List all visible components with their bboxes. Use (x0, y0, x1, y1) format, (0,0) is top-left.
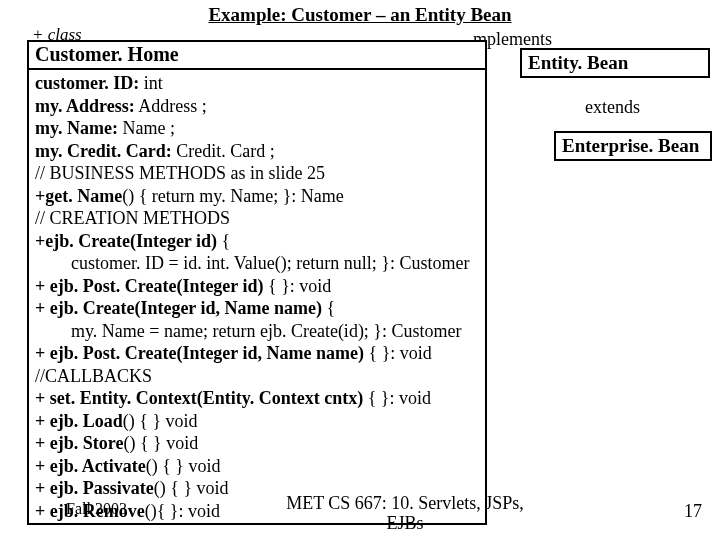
entity-bean-box: Entity. Bean (520, 48, 710, 78)
slide-title: Example: Customer – an Entity Bean (0, 4, 720, 26)
body-line: //CALLBACKS (35, 365, 479, 388)
body-line: + ejb. Post. Create(Integer id) { }: voi… (35, 275, 479, 298)
customer-home-body-compartment: customer. ID: int my. Address: Address ;… (27, 70, 487, 525)
footer-course-line1: MET CS 667: 10. Servlets, JSPs, (286, 493, 524, 513)
body-line: + ejb. Create(Integer id, Name name) { (35, 297, 479, 320)
body-line: my. Name = name; return ejb. Create(id);… (35, 320, 479, 343)
body-line: + ejb. Load() { } void (35, 410, 479, 433)
fall-term-label: Fall 2003 (66, 500, 127, 518)
customer-home-name-compartment: Customer. Home (27, 40, 487, 70)
body-line: + ejb. Post. Create(Integer id, Name nam… (35, 342, 479, 365)
enterprise-bean-label: Enterprise. Bean (562, 135, 699, 157)
enterprise-bean-box: Enterprise. Bean (554, 131, 712, 161)
body-line: my. Credit. Card: Credit. Card ; (35, 140, 479, 163)
slide: Example: Customer – an Entity Bean + cla… (0, 0, 720, 540)
page-number: 17 (684, 501, 702, 522)
footer-course-line2: EJBs (386, 513, 423, 533)
body-line: customer. ID: int (35, 72, 479, 95)
body-line: + ejb. Activate() { } void (35, 455, 479, 478)
body-line: +ejb. Create(Integer id) { (35, 230, 479, 253)
body-line: + set. Entity. Context(Entity. Context c… (35, 387, 479, 410)
body-line: +get. Name() { return my. Name; }: Name (35, 185, 479, 208)
body-line: // BUSINESS METHODS as in slide 25 (35, 162, 479, 185)
body-line: my. Name: Name ; (35, 117, 479, 140)
body-line: + ejb. Store() { } void (35, 432, 479, 455)
body-line: my. Address: Address ; (35, 95, 479, 118)
extends-label: extends (585, 97, 640, 118)
body-line: // CREATION METHODS (35, 207, 479, 230)
entity-bean-label: Entity. Bean (528, 52, 628, 74)
footer-course: MET CS 667: 10. Servlets, JSPs, EJBs (280, 493, 530, 534)
customer-home-name: Customer. Home (35, 43, 179, 66)
body-line: customer. ID = id. int. Value(); return … (35, 252, 479, 275)
